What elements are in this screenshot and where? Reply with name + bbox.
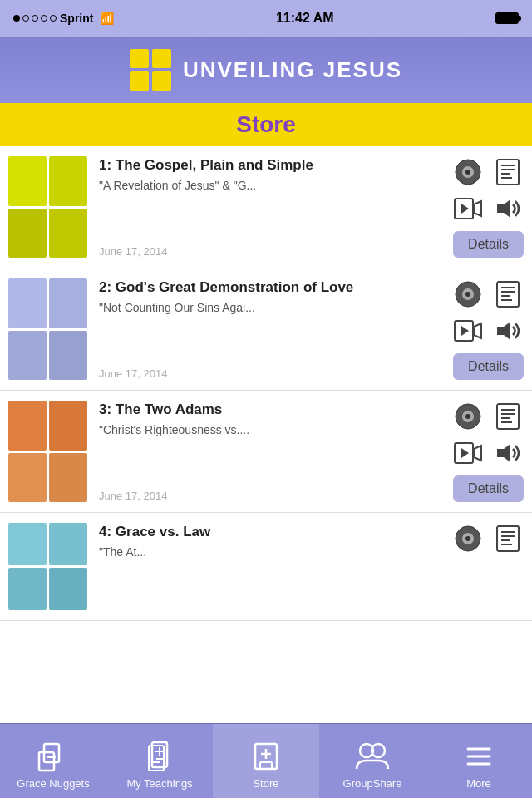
list-item: 2: God's Great Demonstration of Love "No…	[0, 268, 532, 391]
audio-icon[interactable]	[452, 278, 484, 310]
svg-rect-15	[497, 282, 519, 307]
svg-marker-23	[497, 322, 510, 340]
svg-point-14	[466, 292, 470, 297]
audio-icon[interactable]	[452, 156, 484, 188]
details-button[interactable]: Details	[453, 475, 524, 502]
svg-marker-9	[474, 201, 481, 216]
item-date: June 17, 2014	[99, 367, 409, 380]
thumb-cell-2	[49, 523, 87, 565]
svg-marker-33	[474, 446, 481, 461]
dot-2	[22, 15, 29, 22]
thumb-cell-4	[49, 453, 87, 503]
speaker-icon[interactable]	[492, 193, 524, 224]
icon-row-top	[452, 523, 524, 554]
app-logo	[130, 49, 171, 91]
content-list: 1: The Gospel, Plain and Simple "A Revel…	[0, 146, 532, 723]
thumb-cell-2	[49, 156, 87, 206]
item-body: 1: The Gospel, Plain and Simple "A Revel…	[99, 156, 409, 258]
tab-grace-nuggets[interactable]: Grace Nuggets	[0, 724, 106, 798]
notes-icon[interactable]	[492, 401, 524, 432]
thumb-cell-1	[8, 523, 47, 565]
status-bar: Sprint 📶 11:42 AM	[0, 0, 532, 37]
list-item: 3: The Two Adams "Christ's Righteousness…	[0, 391, 532, 513]
tab-my-teachings[interactable]: My Teachings	[106, 724, 213, 798]
item-actions	[416, 523, 524, 610]
item-subtitle: "A Revelation of Jesus" & "G...	[99, 179, 409, 192]
dot-1	[13, 15, 20, 22]
status-time: 11:42 AM	[276, 11, 334, 26]
logo-cell-3	[130, 71, 149, 91]
svg-point-2	[466, 170, 470, 175]
notes-icon[interactable]	[492, 156, 524, 188]
speaker-icon[interactable]	[492, 437, 524, 469]
icon-row-top	[452, 401, 524, 432]
video-icon[interactable]	[452, 315, 484, 347]
carrier-label: Sprint	[60, 12, 93, 25]
dot-5	[50, 15, 57, 22]
icon-row-top	[452, 278, 524, 310]
svg-rect-39	[497, 526, 519, 551]
item-subtitle: "Christ's Righteousness vs....	[99, 423, 409, 436]
svg-marker-11	[497, 200, 510, 218]
wifi-icon: 📶	[100, 12, 114, 25]
item-body: 2: God's Great Demonstration of Love "No…	[99, 278, 409, 380]
icon-row-bottom	[452, 315, 524, 347]
app-header: UNVEILING JESUS	[0, 37, 532, 103]
svg-marker-21	[474, 323, 481, 338]
icon-row-bottom	[452, 437, 524, 469]
logo-cell-4	[152, 71, 171, 91]
icon-row-top	[452, 156, 524, 188]
item-title: 3: The Two Adams	[99, 401, 409, 419]
store-icon	[249, 739, 283, 774]
icon-row-bottom	[452, 193, 524, 224]
battery-fill	[497, 14, 517, 22]
tab-group-share-label: GroupShare	[343, 777, 402, 790]
thumb-cell-3	[8, 568, 47, 610]
item-date: June 17, 2014	[99, 245, 409, 258]
thumb-cell-3	[8, 453, 47, 503]
video-icon[interactable]	[452, 437, 484, 469]
app-title: UNVEILING JESUS	[183, 57, 402, 83]
battery-icon	[495, 12, 519, 24]
grace-nuggets-icon	[36, 739, 71, 774]
item-thumbnail	[8, 401, 87, 502]
store-banner: Store	[0, 103, 532, 146]
more-icon	[461, 739, 496, 774]
thumb-cell-4	[49, 331, 87, 381]
item-actions: Details	[416, 278, 524, 380]
item-title: 4: Grace vs. Law	[99, 523, 409, 541]
tab-more[interactable]: More	[426, 724, 532, 798]
thumb-cell-1	[8, 278, 47, 328]
svg-rect-27	[497, 404, 519, 429]
video-icon[interactable]	[452, 193, 484, 224]
details-button[interactable]: Details	[453, 353, 524, 380]
logo-cell-1	[130, 49, 149, 68]
dot-3	[32, 15, 38, 22]
details-button[interactable]: Details	[453, 231, 524, 258]
thumb-cell-4	[49, 568, 87, 610]
speaker-icon[interactable]	[492, 315, 524, 347]
svg-point-26	[466, 414, 470, 419]
thumb-cell-1	[8, 401, 47, 451]
item-actions: Details	[416, 401, 524, 502]
item-title: 2: God's Great Demonstration of Love	[99, 278, 409, 297]
store-banner-label: Store	[236, 111, 296, 138]
tab-store-label: Store	[253, 777, 278, 790]
tab-more-label: More	[466, 777, 491, 790]
tab-grace-nuggets-label: Grace Nuggets	[17, 777, 89, 790]
item-thumbnail	[8, 278, 87, 380]
status-right	[495, 12, 519, 24]
list-item: 1: The Gospel, Plain and Simple "A Revel…	[0, 146, 532, 268]
item-actions: Details	[416, 156, 524, 258]
audio-icon[interactable]	[452, 523, 484, 554]
tab-group-share[interactable]: GroupShare	[319, 724, 426, 798]
svg-point-38	[466, 536, 470, 541]
item-subtitle: "The At...	[99, 545, 409, 559]
tab-store[interactable]: Store	[213, 724, 319, 798]
notes-icon[interactable]	[492, 278, 524, 310]
thumb-cell-3	[8, 209, 47, 259]
audio-icon[interactable]	[452, 401, 484, 432]
item-date: June 17, 2014	[99, 490, 409, 502]
notes-icon[interactable]	[492, 523, 524, 554]
svg-rect-3	[497, 160, 519, 185]
